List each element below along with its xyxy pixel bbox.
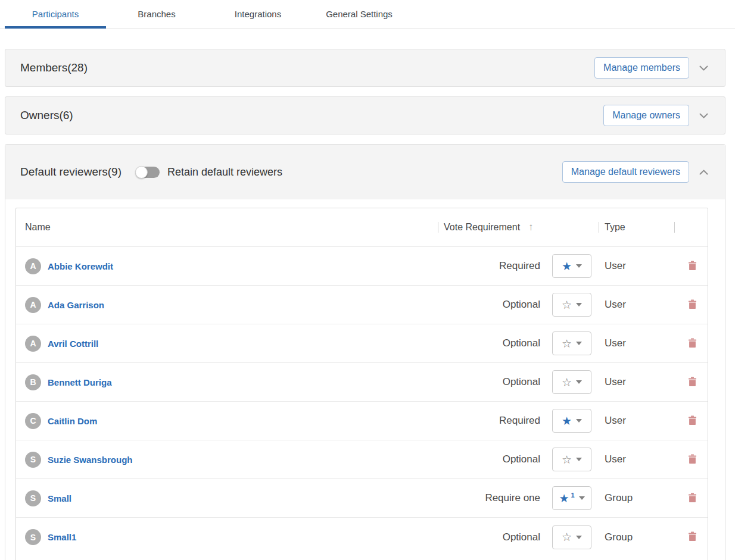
reviewer-name-link[interactable]: Small — [48, 493, 71, 503]
delete-reviewer-button[interactable] — [674, 299, 710, 311]
trash-icon — [689, 299, 696, 311]
default-reviewers-body: Name Vote Requirement ↑ Type A Abbie Kor… — [5, 199, 725, 560]
members-title: Members(28) — [20, 61, 88, 74]
star-count: 1 — [571, 492, 574, 499]
default-reviewers-title: Default reviewers(9) — [20, 165, 122, 179]
vote-requirement-value: Optional — [438, 337, 552, 349]
star-icon: ☆ — [562, 377, 572, 388]
vote-requirement-dropdown[interactable]: ☆ — [552, 370, 591, 394]
star-icon: ☆ — [562, 531, 572, 543]
caret-down-icon — [576, 419, 582, 423]
star-icon: ☆ — [562, 454, 572, 465]
table-row: S Small1 Optional ☆ Group — [16, 518, 708, 556]
tab-participants[interactable]: Participants — [5, 0, 106, 28]
delete-reviewer-button[interactable] — [674, 493, 710, 504]
vote-requirement-dropdown[interactable]: ☆ — [552, 448, 591, 471]
retain-default-reviewers-label: Retain default reviewers — [167, 166, 282, 179]
trash-icon — [689, 415, 696, 427]
trash-icon — [689, 377, 696, 388]
table-row: C Caitlin Dom Required ★ User — [16, 402, 708, 440]
avatar: A — [25, 336, 41, 352]
members-expand-toggle[interactable] — [698, 62, 709, 74]
avatar: A — [25, 258, 41, 274]
reviewer-name-link[interactable]: Abbie Korewdit — [48, 261, 113, 271]
column-header-type: Type — [599, 222, 674, 233]
members-section-header: Members(28) Manage members — [5, 49, 725, 86]
chevron-up-icon — [699, 168, 708, 177]
tab-branches[interactable]: Branches — [106, 0, 207, 28]
vote-requirement-dropdown[interactable]: ★ — [552, 409, 591, 433]
trash-icon — [689, 493, 696, 504]
manage-members-button[interactable]: Manage members — [594, 57, 689, 79]
avatar: S — [25, 490, 41, 506]
arrow-up-icon: ↑ — [528, 221, 534, 233]
caret-down-icon — [576, 536, 582, 539]
delete-reviewer-button[interactable] — [674, 531, 710, 543]
tab-integrations[interactable]: Integrations — [207, 0, 309, 28]
chevron-down-icon — [699, 111, 708, 120]
reviewer-name-link[interactable]: Avril Cottrill — [48, 339, 98, 349]
reviewer-type-label: Group — [605, 531, 674, 543]
members-section: Members(28) Manage members — [5, 49, 725, 87]
caret-down-icon — [576, 264, 582, 268]
trash-icon — [689, 338, 696, 349]
vote-requirement-value: Required — [438, 415, 552, 427]
reviewer-type-label: User — [605, 260, 674, 272]
manage-owners-button[interactable]: Manage owners — [603, 105, 689, 126]
delete-reviewer-button[interactable] — [674, 454, 710, 465]
caret-down-icon — [579, 496, 585, 500]
settings-tab-bar: Participants Branches Integrations Gener… — [0, 0, 735, 29]
vote-requirement-header-label: Vote Requirement — [444, 222, 520, 233]
default-reviewers-collapse-toggle[interactable] — [698, 167, 709, 178]
owners-section: Owners(6) Manage owners — [5, 96, 725, 134]
avatar: A — [25, 297, 41, 313]
default-reviewers-section: Default reviewers(9) Retain default revi… — [5, 144, 725, 560]
owners-expand-toggle[interactable] — [698, 110, 709, 121]
trash-icon — [689, 261, 696, 272]
caret-down-icon — [576, 342, 582, 345]
delete-reviewer-button[interactable] — [674, 338, 710, 349]
reviewer-type-label: User — [605, 299, 674, 311]
tab-general-settings[interactable]: General Settings — [309, 0, 410, 28]
trash-icon — [689, 454, 696, 465]
reviewer-type-label: Group — [605, 492, 674, 504]
vote-requirement-dropdown[interactable]: ★ — [552, 254, 591, 278]
manage-default-reviewers-button[interactable]: Manage default reviewers — [562, 161, 689, 183]
retain-default-reviewers-toggle[interactable] — [136, 167, 160, 178]
vote-requirement-dropdown[interactable]: ★1 — [552, 486, 591, 510]
reviewer-type-label: User — [605, 415, 674, 427]
vote-requirement-value: Optional — [438, 376, 552, 388]
owners-section-header: Owners(6) Manage owners — [5, 97, 725, 134]
reviewer-type-label: User — [605, 337, 674, 349]
reviewer-name-link[interactable]: Bennett Duriga — [48, 377, 112, 387]
toggle-knob — [135, 166, 148, 179]
vote-requirement-value: Optional — [438, 531, 552, 543]
vote-requirement-value: Optional — [438, 299, 552, 311]
reviewer-type-label: User — [605, 453, 674, 465]
vote-requirement-value: Required — [438, 260, 552, 272]
delete-reviewer-button[interactable] — [674, 415, 710, 427]
caret-down-icon — [576, 458, 582, 461]
reviewer-name-link[interactable]: Caitlin Dom — [48, 416, 97, 426]
default-reviewers-section-header: Default reviewers(9) Retain default revi… — [5, 145, 725, 199]
caret-down-icon — [576, 303, 582, 306]
delete-reviewer-button[interactable] — [674, 261, 710, 272]
reviewer-name-link[interactable]: Ada Garrison — [48, 300, 104, 310]
vote-requirement-dropdown[interactable]: ☆ — [552, 525, 591, 549]
delete-reviewer-button[interactable] — [674, 377, 710, 388]
vote-requirement-dropdown[interactable]: ☆ — [552, 331, 591, 355]
star-icon: ☆ — [562, 299, 572, 311]
column-header-name: Name — [16, 222, 438, 233]
avatar: S — [25, 529, 41, 545]
table-row: S Suzie Swansbrough Optional ☆ User — [16, 440, 708, 479]
avatar: B — [25, 374, 41, 390]
column-header-vote-requirement[interactable]: Vote Requirement ↑ — [438, 221, 599, 233]
table-row: S Small Require one ★1 Group — [16, 479, 708, 518]
avatar: S — [25, 452, 41, 468]
vote-requirement-dropdown[interactable]: ☆ — [552, 293, 591, 317]
reviewer-name-link[interactable]: Suzie Swansbrough — [48, 455, 133, 465]
reviewer-name-link[interactable]: Small1 — [48, 532, 76, 542]
star-icon: ☆ — [562, 338, 572, 349]
star-icon: ★ — [562, 261, 572, 272]
caret-down-icon — [576, 380, 582, 384]
